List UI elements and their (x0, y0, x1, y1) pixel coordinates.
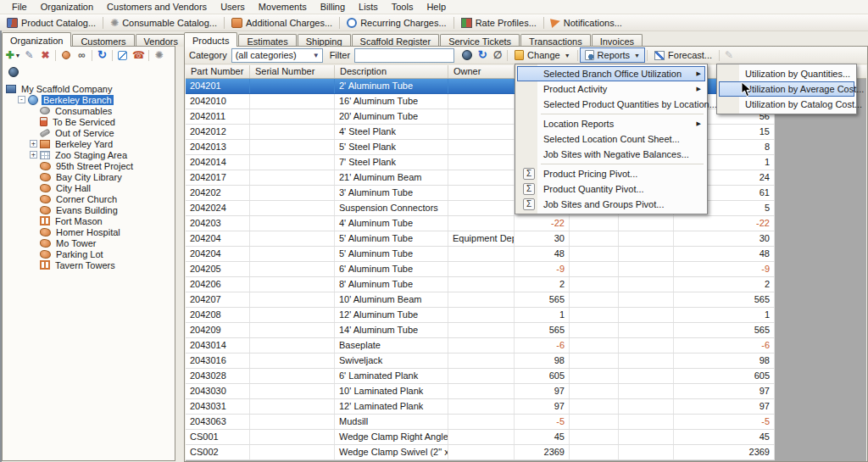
tree-item-consumables[interactable]: Consumables (6, 105, 175, 116)
menubar-item-users[interactable]: Users (214, 1, 252, 13)
tree-item-mo-tower[interactable]: Mo Tower (6, 237, 175, 248)
expander-minus-icon[interactable]: - (18, 96, 25, 103)
tree-item-berkeley-branch[interactable]: -Berkeley Branch (6, 94, 175, 105)
category-select[interactable]: (all categories) ▼ (231, 48, 323, 63)
table-row[interactable]: 2042056' Aluminum Tube-9-9 (186, 262, 775, 277)
change-button[interactable]: Change ▼ (509, 47, 575, 63)
table-row[interactable]: 20420710' Aluminum Beam565565 (186, 292, 775, 308)
tree-item-zoo-staging-area[interactable]: +Zoo Staging Area (6, 149, 175, 160)
table-row[interactable]: 20430286' Laminated Plank605605 (186, 369, 775, 384)
tab-products[interactable]: Products (184, 32, 237, 47)
reports-button[interactable]: Reports ▼ (580, 47, 645, 63)
binoculars-button[interactable]: ∞ (74, 47, 90, 63)
reports-submenu-item-utilization-by-average-cost[interactable]: Utilization by Average Cost... (719, 81, 854, 97)
reports-menu-item-selected-branch-office-utilization[interactable]: Selected Branch Office Utilization▶ (517, 66, 705, 81)
hide-zero-button[interactable]: ∅ (490, 47, 505, 63)
tab-service-tickets[interactable]: Service Tickets (440, 34, 520, 47)
reports-menu-item-job-sites-and-groups-pivot[interactable]: ΣJob Sites and Groups Pivot... (517, 197, 705, 212)
forecast-button[interactable]: Forecast... (649, 47, 717, 63)
phone-button[interactable]: ☎ (131, 47, 147, 63)
table-row[interactable]: 2042034' Aluminum Tube-22-22 (186, 216, 775, 231)
gear-button[interactable]: ✺ (151, 47, 167, 63)
product-catalog-button[interactable]: Product Catalog... (3, 17, 100, 29)
refresh-button[interactable]: ↻ (475, 47, 490, 63)
tree-item-95th-street-project[interactable]: 95th Street Project (6, 160, 175, 171)
table-row[interactable]: 20420914' Aluminum Tube565565 (186, 323, 775, 338)
reports-menu-item-product-activity[interactable]: Product Activity▶ (517, 81, 705, 97)
table-row[interactable]: 2043016Swiveljack9898 (186, 353, 775, 369)
tree-item-bay-city-library[interactable]: Bay City Library (6, 171, 175, 182)
tree-item-city-hall[interactable]: City Hall (6, 182, 175, 193)
reports-submenu-item-utilization-by-quantities[interactable]: Utilization by Quantities... (719, 66, 854, 81)
column-header-serial-number[interactable]: Serial Number (250, 65, 335, 78)
clear-filter-button[interactable] (459, 47, 475, 63)
column-header-owner[interactable]: Owner (448, 65, 515, 78)
notifications-button[interactable]: Notifications... (547, 17, 626, 29)
reports-menu-item-product-pricing-pivot[interactable]: ΣProduct Pricing Pivot... (517, 166, 705, 181)
pencil-button[interactable]: ✎ (21, 47, 37, 63)
expander-plus-icon[interactable]: + (30, 151, 37, 159)
tree-item-tavern-towers[interactable]: Tavern Towers (6, 259, 175, 270)
table-row[interactable]: 20420812' Aluminum Tube11 (186, 308, 775, 323)
tree-item-berkeley-yard[interactable]: +Berkeley Yard (6, 138, 175, 149)
menubar-item-file[interactable]: File (5, 1, 34, 13)
menubar-item-lists[interactable]: Lists (352, 1, 385, 13)
tree-item-fort-mason[interactable]: Fort Mason (6, 215, 175, 226)
menubar-item-movements[interactable]: Movements (252, 1, 314, 13)
menubar-item-tools[interactable]: Tools (385, 1, 420, 13)
table-row[interactable]: 2043063Mudsill-5-5 (186, 415, 775, 430)
tab-estimates[interactable]: Estimates (238, 34, 296, 47)
tab-transactions[interactable]: Transactions (520, 34, 591, 47)
plus-button[interactable]: ✚▼ (5, 47, 21, 63)
tab-scaffold-register[interactable]: Scaffold Register (352, 34, 440, 47)
delete-button[interactable]: ✖ (37, 47, 53, 63)
menubar-item-help[interactable]: Help (420, 1, 453, 13)
additional-charges-button[interactable]: Additional Charges... (227, 17, 337, 29)
table-row[interactable]: 2042045' Aluminum Tube4848 (186, 247, 775, 262)
reports-menu-item-location-reports[interactable]: Location Reports▶ (517, 116, 705, 131)
reports-button-label: Reports (598, 50, 631, 60)
menubar-item-billing[interactable]: Billing (314, 1, 352, 13)
reports-menu-item-selected-location-count-sheet[interactable]: Selected Location Count Sheet... (517, 131, 705, 147)
submenu-arrow-icon: ▶ (697, 86, 704, 92)
tab-vendors[interactable]: Vendors (136, 34, 186, 47)
menubar-item-organization[interactable]: Organization (34, 1, 100, 13)
refresh-button[interactable]: ↻ (94, 47, 110, 63)
toolbar-separator (112, 50, 113, 61)
column-header-part-number[interactable]: Part Number (186, 65, 250, 78)
table-row[interactable]: 2043014Baseplate-6-6 (186, 338, 775, 353)
reports-menu-item-job-sites-with-negative-balances[interactable]: Job Sites with Negative Balances... (517, 147, 705, 162)
table-row[interactable]: 2042068' Aluminum Tube22 (186, 277, 775, 292)
tree-item-evans-building[interactable]: Evans Building (6, 204, 175, 215)
table-row[interactable]: 204303010' Laminated Plank9797 (186, 384, 775, 399)
globe-icon (8, 67, 19, 77)
tree-item-to-be-serviced[interactable]: To Be Serviced (6, 116, 175, 127)
tree-item-parking-lot[interactable]: Parking Lot (6, 248, 175, 259)
tree-item-out-of-service[interactable]: Out of Service (6, 127, 175, 138)
table-row[interactable]: CS002Wedge Clamp Swivel (2" x 2")2369236… (186, 445, 775, 460)
filter-input[interactable] (354, 48, 454, 63)
tree-item-homer-hospital[interactable]: Homer Hospital (6, 226, 175, 237)
tab-invoices[interactable]: Invoices (592, 34, 643, 47)
table-row[interactable]: 2042045' Aluminum TubeEquipment Depot303… (186, 231, 775, 247)
menubar-item-customers-and-vendors[interactable]: Customers and Vendors (100, 1, 214, 13)
tree-item-corner-church[interactable]: Corner Church (6, 193, 175, 204)
person-button[interactable] (58, 47, 74, 63)
globe-button[interactable] (5, 64, 21, 80)
tab-shipping[interactable]: Shipping (298, 34, 351, 47)
tab-customers[interactable]: Customers (72, 34, 134, 47)
note-button[interactable] (114, 47, 131, 63)
consumable-catalog-button[interactable]: ✺Consumable Catalog... (106, 17, 221, 29)
reports-menu-item-product-quantity-pivot[interactable]: ΣProduct Quantity Pivot... (517, 181, 705, 197)
reports-menu-item-selected-product-quantities-by-location[interactable]: Selected Product Quantities by Location.… (517, 97, 705, 112)
reports-submenu-item-utilization-by-catalog-cost[interactable]: Utilization by Catalog Cost... (719, 97, 854, 112)
expander-plus-icon[interactable]: + (30, 140, 37, 148)
rate-profiles-button[interactable]: Rate Profiles... (457, 17, 541, 29)
tab-organization[interactable]: Organization (2, 32, 71, 47)
table-row[interactable]: 204303112' Laminated Plank9797 (186, 399, 775, 415)
column-header-description[interactable]: Description (335, 65, 448, 78)
tree-item-my-scaffold-company[interactable]: My Scaffold Company (6, 83, 175, 94)
table-row[interactable]: CS001Wedge Clamp Right Angle (2" x 2")45… (186, 430, 775, 445)
cell-serial-number (250, 308, 335, 322)
recurring-charges-button[interactable]: Recurring Charges... (342, 17, 451, 29)
